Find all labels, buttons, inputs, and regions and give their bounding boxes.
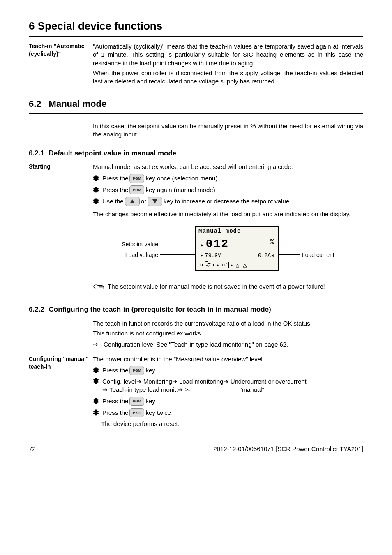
label-loadv: Load voltage — [113, 251, 158, 259]
cross-ref-line: ⇨ Configuration level See "Teach-in type… — [93, 340, 363, 349]
lcd-status-icons: 1•Ix•▸U²▸ — [196, 260, 278, 270]
pgm-key-icon: PGM — [129, 185, 144, 194]
lcd-pointer-icon: ▸ — [200, 252, 203, 259]
pgm-key-icon: PGM — [129, 366, 144, 375]
page-footer: 72 2012-12-01/00561071 [SCR Power Contro… — [29, 443, 363, 453]
cfg-step-3: ✱ Press the PGM key — [93, 397, 363, 406]
cfg-s2-a: Config. level — [102, 377, 136, 386]
bullet-star: ✱ — [93, 398, 99, 405]
svg-marker-2 — [236, 264, 239, 267]
lcd-current-value: 0.2A — [258, 252, 271, 259]
scissors-icon: ✂ — [185, 386, 190, 394]
step3-text-a: Use the — [102, 197, 124, 206]
arrow-icon: ➔ — [178, 386, 183, 394]
svg-marker-3 — [243, 264, 247, 267]
arrow-icon: ➔ — [102, 386, 108, 394]
s622-p1: The teach-in function records the curren… — [93, 319, 363, 328]
bullet-star: ✱ — [93, 377, 99, 385]
up-key-icon — [125, 197, 140, 206]
subsection-title: Configuring the teach-in (prerequisite f… — [49, 305, 271, 313]
hand-pointer-icon — [93, 282, 108, 293]
bullet-star: ✱ — [93, 367, 99, 374]
cross-ref-text: Configuration level See "Teach-in type l… — [104, 340, 288, 349]
label-setpoint: Setpoint value — [113, 240, 158, 248]
divider — [29, 36, 363, 37]
exit-key-icon: EXIT — [129, 408, 144, 417]
step1-text-b: key once (selection menu) — [145, 174, 217, 183]
lcd-setpoint-value: 012 — [206, 236, 270, 252]
cfg-s2-end: "manual" — [240, 386, 264, 394]
cfg-step-1: ✱ Press the PGM key — [93, 366, 363, 375]
section-title: Manual mode — [49, 99, 107, 109]
label-loadc: Load current — [302, 251, 343, 259]
cfg-s3-a: Press the — [102, 397, 128, 405]
lcd-pointer-icon: ▸ — [200, 241, 204, 250]
side-label-config-teachin: Configuring "manual" teach-in — [29, 355, 93, 371]
arrow-right-icon: ⇨ — [93, 340, 104, 349]
side-label-teachin-auto: Teach-in "Automatic (cyclically)" — [29, 42, 93, 58]
cfg-s2-u: Undercurrent or overcurrent — [231, 377, 307, 386]
section-6-2-intro: In this case, the setpoint value can be … — [93, 122, 363, 139]
step-1: ✱ Press the PGM key once (selection menu… — [93, 174, 363, 183]
subsection-num: 6.2.2 — [29, 305, 44, 313]
step3-text-mid: or — [141, 197, 146, 206]
page-number: 72 — [29, 445, 49, 453]
step2-text-a: Press the — [102, 186, 128, 194]
arrow-icon: ➔ — [172, 377, 178, 386]
side-label-starting: Starting — [29, 163, 93, 171]
starting-outcome: The changes become effective immediately… — [93, 210, 363, 218]
section-num: 6.2 — [29, 99, 42, 109]
config-intro: The power controller is in the "Measured… — [93, 355, 363, 363]
note-text: The setpoint value for manual mode is no… — [108, 282, 325, 291]
chapter-title: 6 Special device functions — [29, 19, 363, 33]
lcd-title: Manual mode — [196, 227, 278, 236]
cfg-s1-a: Press the — [102, 366, 128, 375]
subsection-num: 6.2.1 — [29, 149, 44, 157]
pgm-key-icon: PGM — [129, 397, 144, 406]
step-3: ✱ Use the or key to increase or decrease… — [93, 197, 363, 206]
teachin-auto-p2: When the power controller is disconnecte… — [93, 69, 363, 86]
svg-marker-1 — [152, 199, 157, 204]
note-block: The setpoint value for manual mode is no… — [93, 282, 363, 293]
starting-intro: Manual mode, as set ex works, can be acc… — [93, 163, 363, 171]
divider — [29, 113, 363, 114]
step1-text-a: Press the — [102, 174, 128, 183]
bullet-star: ✱ — [93, 186, 99, 194]
bullet-star: ✱ — [93, 175, 99, 182]
step2-text-b: key again (manual mode) — [145, 186, 215, 194]
cfg-s2-t: Teach-in type load monit. — [109, 386, 178, 394]
step3-text-b: key to increase or decrease the setpoint… — [164, 197, 289, 206]
cfg-s3-b: key — [145, 397, 155, 405]
lcd-diagram: Setpoint value Load voltage Load current… — [113, 226, 343, 278]
bullet-star: ✱ — [93, 198, 99, 205]
cfg-s4-b: key twice — [145, 409, 171, 417]
footer-text: 2012-12-01/00561071 [SCR Power Controlle… — [49, 445, 363, 453]
cfg-s1-b: key — [145, 366, 155, 375]
down-key-icon — [148, 197, 162, 206]
svg-marker-0 — [130, 199, 135, 204]
teachin-auto-p1: "Automatically (cyclically)" means that … — [93, 42, 363, 67]
cfg-s4-a: Press the — [102, 409, 128, 417]
arrow-icon: ➔ — [136, 377, 142, 386]
lcd-screen: Manual mode ▸ 012 % ▸ 79.9V 0.2A ◂ 1•Ix•… — [195, 226, 279, 271]
step-2: ✱ Press the PGM key again (manual mode) — [93, 185, 363, 194]
section-6-2-heading: 6.2Manual mode — [29, 98, 363, 110]
cfg-s4-sub: The device performs a reset. — [101, 420, 363, 428]
lcd-left-arrow-icon: ◂ — [271, 252, 274, 259]
pgm-key-icon: PGM — [129, 174, 144, 183]
subsection-6-2-1-heading: 6.2.1 Default setpoint value in manual m… — [29, 149, 363, 158]
subsection-title: Default setpoint value in manual mode — [49, 149, 177, 157]
cfg-s2-l: Load monitoring — [179, 377, 224, 386]
cfg-step-2: ✱ Config. level ➔ Monitoring ➔ Load moni… — [93, 377, 363, 394]
s622-p2: This function is not configured ex works… — [93, 329, 363, 338]
cfg-step-4: ✱ Press the EXIT key twice — [93, 408, 363, 417]
arrow-icon: ➔ — [224, 377, 229, 386]
subsection-6-2-2-heading: 6.2.2 Configuring the teach-in (prerequi… — [29, 305, 363, 314]
cfg-s2-m: Monitoring — [143, 377, 172, 386]
lcd-percent: % — [270, 238, 274, 247]
bullet-star: ✱ — [93, 409, 99, 416]
lcd-voltage-value: 79.9V — [205, 252, 258, 259]
